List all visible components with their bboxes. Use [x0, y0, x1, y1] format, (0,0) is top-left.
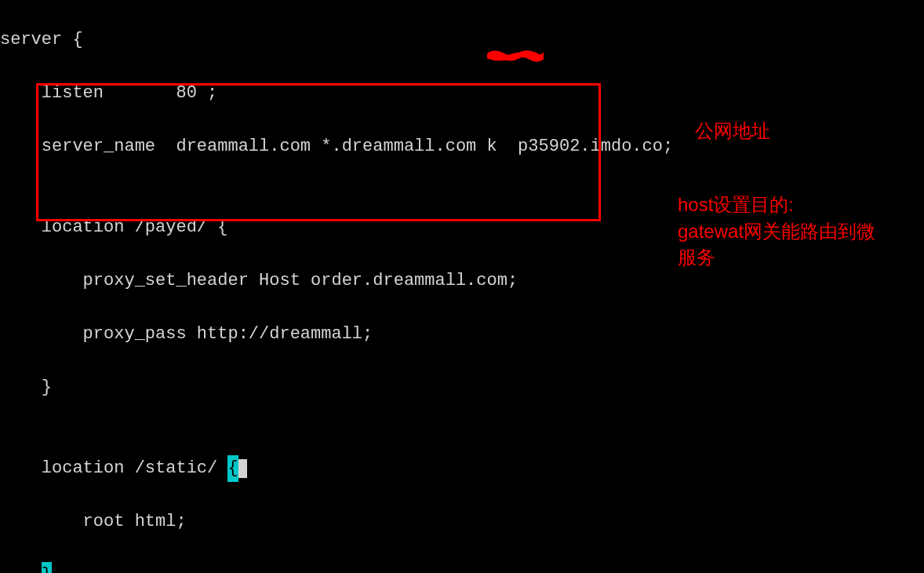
annotation-host-purpose: host设置目的: gatewat网关能路由到微服务 [678, 192, 882, 271]
code-line: listen 80 ; [0, 80, 924, 107]
code-text: server_name dreammall.com *.dreammall.co… [0, 137, 487, 156]
code-line: proxy_pass http://dreammall; [0, 321, 924, 348]
cursor [238, 459, 247, 478]
code-line: root html; [0, 509, 924, 535]
code-text: 35902.imdo.co; [528, 137, 673, 156]
code-indent [0, 565, 42, 573]
annotation-public-address: 公网地址 [695, 118, 770, 144]
code-line: server { [0, 27, 924, 53]
terminal-editor[interactable]: server { listen 80 ; server_name dreamma… [0, 0, 924, 573]
matching-brace-open: { [227, 455, 238, 482]
code-line: } [0, 562, 924, 573]
redacted-text: k p [487, 137, 529, 156]
code-line: location /static/ { [0, 455, 924, 482]
code-line: server_name dreammall.com *.dreammall.co… [0, 133, 924, 160]
code-line: } [0, 374, 924, 401]
code-line: proxy_set_header Host order.dreammall.co… [0, 268, 924, 294]
matching-brace-close: } [42, 562, 52, 573]
code-text: location /static/ [0, 458, 227, 478]
